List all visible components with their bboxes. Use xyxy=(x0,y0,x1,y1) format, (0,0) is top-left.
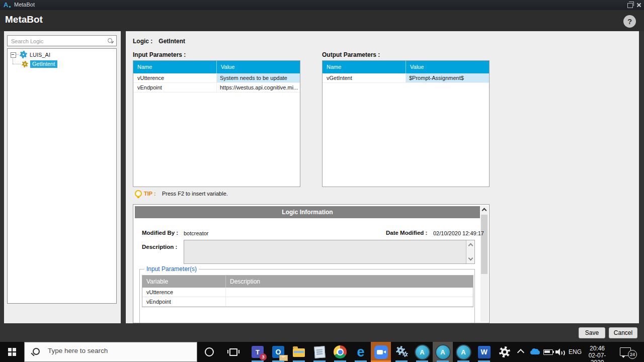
scroll-up-icon[interactable] xyxy=(480,206,488,214)
scroll-up-icon[interactable] xyxy=(468,243,473,248)
taskbar-item-outlook[interactable]: O xyxy=(268,342,288,362)
search-icon xyxy=(108,38,112,43)
page-title: MetaBot xyxy=(5,14,43,25)
table-row[interactable]: vUtterence xyxy=(142,288,473,297)
vertical-scrollbar[interactable] xyxy=(480,206,488,322)
speaker-icon[interactable] xyxy=(555,348,565,355)
automation-anywhere-icon: A xyxy=(415,344,430,360)
taskbar-item-word[interactable]: W xyxy=(474,342,494,362)
save-button[interactable]: Save xyxy=(579,327,605,338)
tree-item-getintent-selected[interactable]: GetIntent xyxy=(30,60,57,68)
taskbar-item-edge[interactable]: e xyxy=(351,342,371,362)
notepad-icon xyxy=(314,346,326,358)
taskbar-item-automation-anywhere-2-focused[interactable]: A xyxy=(433,342,453,362)
date-modified-value: 02/10/2020 12:49:17 xyxy=(433,230,484,236)
output-parameters-title: Output Parameters : xyxy=(322,51,380,58)
metabot-icon xyxy=(20,51,27,58)
taskbar-search-box[interactable] xyxy=(24,342,197,362)
modified-by-label: Modified By : xyxy=(142,230,178,236)
automation-anywhere-logo-icon: A xyxy=(4,1,12,9)
table-row[interactable]: vUtterence System needs to be update xyxy=(133,73,300,83)
search-logic-box[interactable] xyxy=(7,35,117,46)
envelope-icon xyxy=(279,355,288,361)
taskbar-item-notepad[interactable] xyxy=(309,342,330,362)
table-header: Name Value xyxy=(133,61,300,73)
windows-taskbar: T 3 O e A A A W ENG 2 xyxy=(0,342,644,362)
logic-heading: Logic :GetIntent xyxy=(133,38,185,45)
folder-icon xyxy=(293,348,305,357)
clock[interactable]: 20:46 02-07-2020 xyxy=(583,345,612,362)
taskbar-item-automation-gears[interactable] xyxy=(391,342,412,362)
tip-label: TIP : xyxy=(144,191,156,197)
notification-badge[interactable]: 24 xyxy=(628,350,637,359)
taskbar-item-zoom-active[interactable] xyxy=(371,342,391,362)
taskbar-item-teams[interactable]: T 3 xyxy=(248,342,268,362)
tree-connector xyxy=(13,57,13,64)
logic-information-header: Logic Information xyxy=(135,206,480,218)
help-button[interactable]: ? xyxy=(623,15,636,28)
fieldset-legend: Input Parameter(s) xyxy=(144,265,199,273)
logic-sidebar: LUIS_AI GetIntent xyxy=(4,31,121,323)
tree-item-luis-ai[interactable]: LUIS_AI xyxy=(30,52,50,58)
gear-icon xyxy=(403,351,408,357)
search-input[interactable] xyxy=(10,36,105,46)
date: 02-07-2020 xyxy=(583,352,612,362)
table-row[interactable]: vGetIntent $Prompt-Assignment$ xyxy=(323,73,489,83)
settings-gear-icon xyxy=(499,346,510,357)
word-icon: W xyxy=(478,346,491,358)
scrollbar-thumb[interactable] xyxy=(481,215,488,274)
tip-bulb-icon xyxy=(135,190,142,197)
edge-icon: e xyxy=(357,344,364,360)
description-textarea[interactable] xyxy=(184,240,475,264)
window-title: MetaBot xyxy=(14,2,35,8)
start-button[interactable] xyxy=(0,342,24,362)
teams-notification-badge: 3 xyxy=(260,353,267,360)
teams-icon: T 3 xyxy=(252,346,264,358)
variables-table: Variable Description vUtterence vEndpoin… xyxy=(142,275,473,307)
taskbar-item-automation-anywhere-1[interactable]: A xyxy=(412,342,432,362)
textarea-scrollbar[interactable] xyxy=(466,240,474,263)
cancel-button[interactable]: Cancel xyxy=(609,327,637,338)
taskbar-search-input[interactable] xyxy=(47,346,190,355)
logic-icon xyxy=(22,61,28,67)
task-view-button[interactable] xyxy=(223,342,244,362)
task-view-icon xyxy=(229,348,237,356)
table-row[interactable]: vEndpoint https://westus.api.cognitive.m… xyxy=(133,83,300,93)
automation-anywhere-icon: A xyxy=(456,344,471,360)
taskbar-item-automation-anywhere-3[interactable]: A xyxy=(453,342,473,362)
taskbar-item-settings[interactable] xyxy=(495,342,515,362)
close-window-icon[interactable] xyxy=(636,3,641,8)
column-description: Description xyxy=(226,276,473,288)
onedrive-cloud-icon[interactable] xyxy=(530,350,540,354)
input-parameters-fieldset: Input Parameter(s) Variable Description … xyxy=(139,269,475,323)
cortana-button[interactable] xyxy=(199,342,219,362)
description-label: Description : xyxy=(142,244,177,250)
tree-connector xyxy=(13,64,21,64)
taskbar-item-file-explorer[interactable] xyxy=(289,342,309,362)
window-titlebar: A MetaBot xyxy=(0,0,644,10)
cortana-icon xyxy=(205,347,214,356)
column-value: Value xyxy=(217,61,300,73)
logic-tree: LUIS_AI GetIntent xyxy=(7,48,117,304)
column-value: Value xyxy=(406,61,489,73)
outlook-icon: O xyxy=(272,346,284,358)
automation-anywhere-icon: A xyxy=(435,344,451,360)
battery-icon[interactable] xyxy=(543,349,553,355)
logic-name: GetIntent xyxy=(158,38,185,45)
table-row[interactable]: vEndpoint xyxy=(142,297,473,307)
tray-show-hidden-icons-chevron[interactable] xyxy=(517,349,524,356)
taskbar-item-chrome[interactable] xyxy=(330,342,350,362)
date-modified-label: Date Modified : xyxy=(386,230,427,236)
logic-information-panel: Logic Information Modified By : botcreat… xyxy=(133,204,490,323)
time: 20:46 xyxy=(583,345,612,352)
input-parameters-table: Name Value vUtterence System needs to be… xyxy=(133,60,300,187)
output-parameters-table: Name Value vGetIntent $Prompt-Assignment… xyxy=(322,60,490,187)
restore-window-icon[interactable] xyxy=(627,3,633,8)
app-header: MetaBot ? xyxy=(0,10,644,31)
tree-collapse-icon[interactable] xyxy=(11,52,16,58)
column-name: Name xyxy=(133,61,217,73)
language-indicator[interactable]: ENG xyxy=(567,348,584,355)
input-parameters-title: Input Parameters : xyxy=(133,51,186,58)
column-variable: Variable xyxy=(142,276,226,288)
scroll-down-icon[interactable] xyxy=(468,256,473,261)
